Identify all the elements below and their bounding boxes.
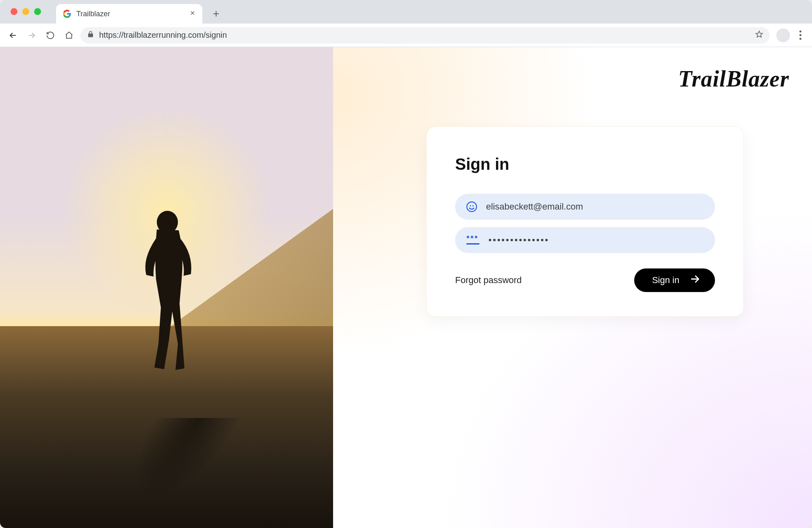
tab-strip: Trailblazer <box>0 0 812 24</box>
window-controls <box>11 8 41 15</box>
address-bar[interactable]: https://trailblazerrunning.com/signin <box>80 27 770 43</box>
arrow-right-icon <box>690 274 700 287</box>
password-mask: •••••••••••••• <box>488 235 549 245</box>
favicon-icon <box>63 9 71 18</box>
user-icon <box>466 201 477 212</box>
browser-tab[interactable]: Trailblazer <box>56 4 202 24</box>
browser-toolbar: https://trailblazerrunning.com/signin <box>0 24 812 47</box>
browser-window: Trailblazer https://trailblazerrunning.c… <box>0 0 812 528</box>
svg-point-4 <box>472 205 474 206</box>
tab-title: Trailblazer <box>76 10 184 18</box>
tab-close-icon[interactable] <box>189 10 196 18</box>
signin-button-label: Sign in <box>652 275 679 286</box>
runner-illustration <box>130 206 203 381</box>
brand-logo: TrailBlazer <box>678 66 789 92</box>
svg-point-2 <box>467 202 477 212</box>
forward-button[interactable] <box>24 28 39 43</box>
forgot-password-link[interactable]: Forgot password <box>455 275 522 286</box>
window-zoom-button[interactable] <box>34 8 41 15</box>
signin-card: Sign in *** •••••••••••••• Forgot passwo… <box>427 127 743 316</box>
signin-heading: Sign in <box>455 155 715 173</box>
signin-panel: TrailBlazer Sign in *** •••••••••••••• <box>333 47 812 528</box>
hero-image <box>0 47 333 528</box>
page-content: TrailBlazer Sign in *** •••••••••••••• <box>0 47 812 528</box>
signin-button[interactable]: Sign in <box>634 268 715 292</box>
new-tab-button[interactable] <box>208 6 224 22</box>
signin-actions: Forgot password Sign in <box>455 268 715 292</box>
password-icon: *** <box>466 236 479 245</box>
reload-button[interactable] <box>43 28 58 43</box>
back-button[interactable] <box>6 28 20 43</box>
window-minimize-button[interactable] <box>22 8 29 15</box>
window-close-button[interactable] <box>11 8 17 15</box>
browser-menu-button[interactable] <box>794 28 806 42</box>
svg-point-3 <box>470 205 471 206</box>
profile-avatar[interactable] <box>776 28 790 42</box>
bookmark-icon[interactable] <box>755 30 763 40</box>
lock-icon <box>87 30 94 40</box>
home-button[interactable] <box>62 28 76 43</box>
password-field[interactable]: *** •••••••••••••• <box>455 227 715 253</box>
url-text: https://trailblazerrunning.com/signin <box>99 30 750 40</box>
email-field[interactable] <box>455 194 715 220</box>
email-input[interactable] <box>486 201 704 212</box>
